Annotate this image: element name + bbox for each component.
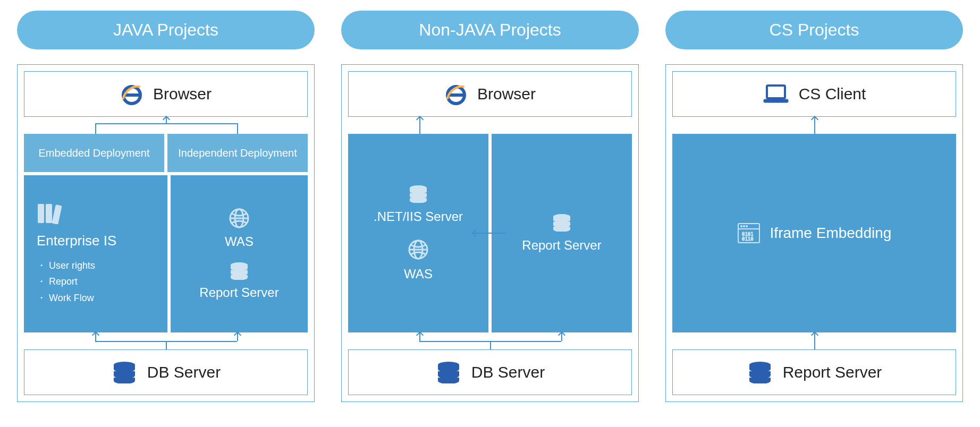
database-icon bbox=[747, 361, 773, 383]
pill-java: JAVA Projects bbox=[17, 11, 315, 49]
enterprise-feature-list: User rights Report Work Flow bbox=[37, 258, 95, 306]
pill-nonjava: Non-JAVA Projects bbox=[341, 11, 639, 49]
iframe-icon bbox=[737, 223, 761, 244]
connector-nonjava-down bbox=[348, 332, 632, 349]
outer-java: Browser Embedded Deployment Independent … bbox=[17, 64, 315, 402]
database-icon bbox=[551, 214, 572, 232]
enterprise-is-title: Enterprise IS bbox=[37, 233, 116, 249]
nonjava-middle-row: .NET/IIS Server WAS Report Server bbox=[348, 134, 632, 332]
browser-box-nonjava: Browser bbox=[348, 71, 632, 117]
was-report-box: WAS Report Server bbox=[171, 175, 308, 332]
globe-icon bbox=[408, 239, 429, 260]
feature-user-rights: User rights bbox=[37, 258, 95, 274]
was-label-java: WAS bbox=[225, 234, 254, 249]
deploy-headers: Embedded Deployment Independent Deployme… bbox=[24, 134, 308, 172]
feature-workflow: Work Flow bbox=[37, 290, 95, 306]
report-server-label-nonjava: Report Server bbox=[522, 238, 601, 253]
ie-browser-icon bbox=[444, 82, 468, 106]
iframe-label: Iframe Embedding bbox=[770, 225, 892, 242]
connector-cs-up bbox=[672, 117, 956, 134]
globe-icon bbox=[229, 208, 250, 229]
connector-java-down bbox=[24, 332, 308, 349]
ie-browser-icon bbox=[120, 82, 143, 106]
db-server-label-nonjava: DB Server bbox=[471, 363, 545, 381]
feature-report: Report bbox=[37, 274, 95, 290]
connector-nonjava-up bbox=[348, 117, 632, 134]
report-server-label-cs: Report Server bbox=[783, 363, 882, 381]
embedded-deploy-header: Embedded Deployment bbox=[24, 134, 164, 172]
netiis-label: .NET/IIS Server bbox=[374, 209, 463, 224]
db-server-box-java: DB Server bbox=[24, 349, 308, 395]
column-java: JAVA Projects Browser Embedded Deploymen… bbox=[17, 11, 315, 402]
pill-cs: CS Projects bbox=[665, 11, 963, 49]
netiis-was-box: .NET/IIS Server WAS bbox=[348, 134, 488, 332]
was-label-nonjava: WAS bbox=[404, 267, 433, 281]
outer-cs: CS Client Iframe Embedding Report Server bbox=[665, 64, 963, 402]
report-server-label-java: Report Server bbox=[199, 285, 278, 300]
database-icon bbox=[408, 185, 429, 203]
diagram-columns: JAVA Projects Browser Embedded Deploymen… bbox=[13, 11, 967, 402]
browser-box-java: Browser bbox=[24, 71, 308, 117]
column-nonjava: Non-JAVA Projects Browser .NET/IIS Serve… bbox=[341, 11, 639, 402]
cs-client-box: CS Client bbox=[672, 71, 956, 117]
report-server-box-nonjava: Report Server bbox=[492, 134, 632, 332]
database-icon bbox=[435, 361, 462, 383]
books-icon bbox=[37, 202, 62, 224]
enterprise-is-box: Enterprise IS User rights Report Work Fl… bbox=[24, 175, 167, 332]
database-icon bbox=[111, 361, 138, 383]
java-middle-row: Enterprise IS User rights Report Work Fl… bbox=[24, 175, 308, 332]
report-server-box-cs: Report Server bbox=[672, 349, 956, 395]
browser-label-nonjava: Browser bbox=[477, 85, 536, 103]
column-cs: CS Projects CS Client Iframe Embedding R bbox=[665, 11, 963, 402]
browser-label-java: Browser bbox=[153, 85, 212, 103]
connector-nonjava-horizontal bbox=[474, 233, 506, 234]
outer-nonjava: Browser .NET/IIS Server WAS Report Serve… bbox=[341, 64, 639, 402]
connector-cs-down bbox=[672, 332, 956, 349]
db-server-box-nonjava: DB Server bbox=[348, 349, 632, 395]
independent-deploy-header: Independent Deployment bbox=[167, 134, 308, 172]
db-server-label-java: DB Server bbox=[147, 363, 221, 381]
database-icon bbox=[229, 262, 250, 280]
connector-java-up bbox=[24, 117, 308, 134]
cs-client-label: CS Client bbox=[799, 85, 866, 103]
iframe-embedding-box: Iframe Embedding bbox=[672, 134, 956, 332]
laptop-icon bbox=[763, 83, 789, 105]
